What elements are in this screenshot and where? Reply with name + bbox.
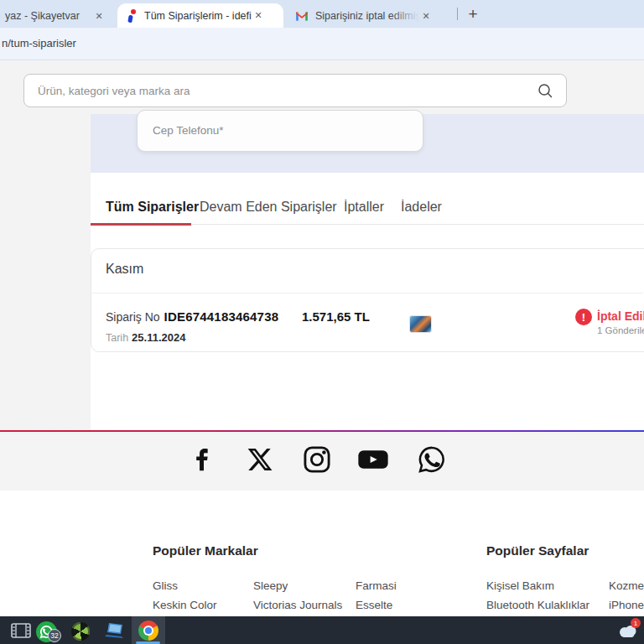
browser-url-bar[interactable] [0, 28, 644, 60]
tab-all-orders[interactable]: Tüm Siparişler [106, 200, 199, 215]
search-input[interactable] [38, 75, 532, 106]
x-icon [246, 446, 274, 473]
tab-cancellations[interactable]: İptaller [344, 200, 384, 215]
footer-link-gliss[interactable]: Gliss [153, 579, 178, 592]
browser-tab-gmail[interactable]: Siparişiniz iptal edilmiştir! - sel ✕ [288, 4, 454, 28]
order-date: Tarih25.11.2024 [106, 331, 185, 344]
card-divider [91, 293, 643, 293]
footer-link-iphone[interactable]: iPhone [609, 599, 644, 611]
task-view-icon[interactable] [11, 623, 31, 638]
whatsapp-badge: 32 [48, 629, 61, 642]
chrome-active-indicator [136, 641, 160, 644]
order-total: 1.571,65 TL [302, 309, 370, 324]
whatsapp-link[interactable] [416, 444, 448, 475]
footer-link-bluetooth-kulakliklar[interactable]: Bluetooth Kulaklıklar [486, 599, 589, 611]
footer-link-kozmetik[interactable]: Kozmetik [609, 579, 644, 592]
footer-link-kisisel-bakim[interactable]: Kişisel Bakım [486, 579, 554, 592]
tab-ongoing-orders[interactable]: Devam Eden Siparişler [200, 200, 337, 215]
facebook-icon [189, 444, 216, 475]
tab-title: yaz - Şikayetvar [5, 10, 92, 22]
instagram-icon [302, 444, 332, 475]
order-month-header: Kasım [106, 262, 143, 277]
close-icon[interactable]: ✕ [419, 9, 433, 23]
footer-link-keskin-color[interactable]: Keskin Color [153, 599, 217, 611]
browser-tab-strip: yaz - Şikayetvar ✕ Tüm Siparişlerim - id… [0, 0, 644, 28]
instagram-link[interactable] [301, 444, 333, 475]
windows-taskbar [0, 616, 644, 644]
order-status-detail: 1 Gönderilen [597, 325, 644, 335]
url-text[interactable]: n/tum-siparisler [2, 37, 76, 49]
tab-title: Tüm Siparişlerim - idefix [144, 10, 252, 22]
site-search-box[interactable] [23, 74, 567, 107]
chrome-icon[interactable] [138, 621, 158, 641]
taskbar-chrome-slot[interactable] [132, 616, 165, 644]
footer-link-esselte[interactable]: Esselte [356, 599, 392, 611]
browser-tab-sikayetvar[interactable]: yaz - Şikayetvar ✕ [0, 4, 116, 28]
tab-returns[interactable]: İadeler [401, 200, 442, 215]
tab-divider [457, 8, 458, 20]
order-status: İptal Edildi [597, 309, 644, 323]
youtube-icon [357, 446, 389, 473]
cancelled-status-icon: ! [575, 309, 592, 325]
footer-pages-title: Popüler Sayfalar [486, 543, 589, 558]
facebook-link[interactable] [186, 444, 218, 475]
search-icon[interactable] [537, 82, 553, 99]
tab-title-fade [391, 10, 419, 22]
close-icon[interactable]: ✕ [252, 9, 265, 23]
tab-title: Siparişiniz iptal edilmiştir! - sel [315, 10, 419, 22]
youtube-link[interactable] [357, 444, 389, 475]
gmail-icon [295, 11, 309, 22]
new-tab-button[interactable]: + [462, 3, 484, 25]
pc-monitor-icon[interactable] [104, 621, 126, 640]
phone-field-label: Cep Telefonu* [153, 124, 224, 137]
footer-link-sleepy[interactable]: Sleepy [253, 579, 288, 592]
cloud-notification-badge: 1 [631, 618, 641, 628]
footer-link-farmasi[interactable]: Farmasi [356, 579, 397, 592]
order-number: Sipariş NoIDE6744183464738 [106, 309, 278, 324]
product-thumbnail[interactable] [410, 316, 431, 332]
phone-field[interactable]: Cep Telefonu* [137, 110, 423, 152]
pinwheel-app-icon[interactable] [71, 622, 90, 641]
active-tab-underline [91, 223, 191, 226]
whatsapp-icon [417, 444, 447, 475]
footer-link-victorias-journals[interactable]: Victorias Journals [253, 599, 342, 611]
close-icon[interactable]: ✕ [92, 9, 106, 23]
browser-tab-orders-active[interactable]: Tüm Siparişlerim - idefix ✕ [117, 3, 283, 28]
idefix-favicon [126, 9, 138, 23]
footer-brands-title: Popüler Markalar [153, 543, 258, 558]
x-twitter-link[interactable] [244, 444, 276, 475]
